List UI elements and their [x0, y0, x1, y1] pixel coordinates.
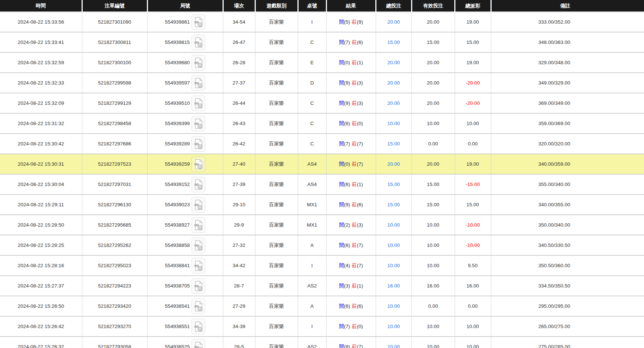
cell-table-no: C [298, 134, 326, 154]
cell-total-bet: 10.00 [376, 296, 411, 316]
cell-time: 2024-08-22 15:28:25 [0, 235, 82, 255]
cell-session: 29-10 [223, 194, 255, 215]
cell-total-bet: 15.00 [376, 32, 411, 52]
table-row[interactable]: 2024-08-22 15:26:42 521827293270 5549385… [0, 316, 644, 337]
video-replay-button[interactable] [192, 339, 205, 348]
cell-total-bet: 20.00 [376, 12, 411, 32]
table-row[interactable]: 2024-08-22 15:26:32 521827293058 5549385… [0, 337, 644, 348]
video-replay-button[interactable] [192, 217, 205, 233]
table-row[interactable]: 2024-08-22 15:28:16 521827295023 5549388… [0, 255, 644, 276]
table-row[interactable]: 2024-08-22 15:30:42 521827297686 5549392… [0, 134, 644, 154]
cell-remark: 329.00/348.00 [491, 52, 644, 73]
player-result-label: 閒 [339, 182, 344, 187]
video-replay-button[interactable] [192, 55, 205, 70]
round-number: 554939510 [165, 100, 190, 106]
cell-session: 27-40 [223, 154, 255, 174]
cell-table-no: E [298, 52, 326, 73]
col-header-bet-id: 注單編號 [82, 0, 147, 12]
video-file-icon [194, 37, 203, 48]
cell-session: 26-42 [223, 134, 255, 154]
cell-bet-id: 521827296130 [82, 194, 147, 215]
cell-total-payout: 0.00 [455, 296, 491, 316]
cell-round-no: 554939399 [147, 113, 223, 134]
cell-session: 28-7 [223, 276, 255, 296]
cell-result: 閒(0)莊(1) [326, 52, 376, 73]
table-row[interactable]: 2024-08-22 15:33:56 521827301090 5549398… [0, 12, 644, 32]
cell-time: 2024-08-22 15:33:41 [0, 32, 82, 52]
table-row[interactable]: 2024-08-22 15:32:33 521827299598 5549395… [0, 73, 644, 93]
player-result-label: 閒 [339, 344, 344, 348]
cell-result: 閒(6)莊(6) [326, 296, 376, 316]
video-file-icon [194, 321, 203, 332]
table-row[interactable]: 2024-08-22 15:29:11 521827296130 5549390… [0, 194, 644, 215]
cell-total-bet: 10.00 [376, 316, 411, 337]
video-replay-button[interactable] [192, 96, 205, 111]
table-row[interactable]: 2024-08-22 15:28:25 521827295262 5549388… [0, 235, 644, 255]
video-replay-button[interactable] [192, 319, 205, 334]
cell-table-no: C [298, 113, 326, 134]
video-replay-button[interactable] [192, 35, 205, 50]
table-row[interactable]: 2024-08-22 15:32:59 521827300100 5549396… [0, 52, 644, 73]
video-file-icon [194, 301, 203, 311]
video-replay-button[interactable] [192, 177, 205, 192]
cell-valid-bet: 20.00 [411, 12, 455, 32]
cell-session: 26-47 [223, 32, 255, 52]
video-replay-button[interactable] [192, 258, 205, 273]
video-replay-button[interactable] [192, 156, 205, 172]
video-replay-button[interactable] [192, 75, 205, 91]
cell-bet-id: 521827295023 [82, 255, 147, 276]
cell-table-no: C [298, 32, 326, 52]
table-row[interactable]: 2024-08-22 15:27:37 521827294223 5549387… [0, 276, 644, 296]
cell-remark: 275.00/285.00 [491, 337, 644, 348]
video-file-icon [194, 200, 203, 210]
cell-session: 26-28 [223, 52, 255, 73]
video-file-icon [194, 342, 203, 348]
round-number: 554939289 [165, 141, 190, 147]
video-replay-button[interactable] [192, 116, 205, 131]
cell-result: 閒(7)莊(0) [326, 316, 376, 337]
cell-table-no: A [298, 235, 326, 255]
video-replay-button[interactable] [192, 299, 205, 314]
player-result-label: 閒 [339, 161, 344, 167]
cell-session: 34-42 [223, 255, 255, 276]
cell-remark: 334.50/350.50 [491, 276, 644, 296]
cell-game-type: 百家樂 [255, 52, 298, 73]
table-row[interactable]: 2024-08-22 15:32:09 521827299129 5549395… [0, 93, 644, 113]
cell-total-payout: -15.00 [455, 174, 491, 194]
player-result-label: 閒 [339, 80, 344, 86]
table-row[interactable]: 2024-08-22 15:30:31 521827297523 5549392… [0, 154, 644, 174]
banker-result-label: 莊 [352, 263, 357, 268]
cell-total-bet: 15.00 [376, 134, 411, 154]
cell-valid-bet: 15.00 [411, 174, 455, 194]
cell-table-no: MX1 [298, 194, 326, 215]
video-replay-button[interactable] [192, 136, 205, 152]
cell-total-payout: 15.00 [455, 194, 491, 215]
table-row[interactable]: 2024-08-22 15:28:50 521827295685 5549389… [0, 215, 644, 235]
cell-round-no: 554939680 [147, 52, 223, 73]
video-replay-button[interactable] [192, 197, 205, 213]
cell-game-type: 百家樂 [255, 134, 298, 154]
cell-bet-id: 521827300811 [82, 32, 147, 52]
video-replay-button[interactable] [192, 14, 205, 30]
table-row[interactable]: 2024-08-22 15:26:50 521827293420 5549385… [0, 296, 644, 316]
cell-table-no: C [298, 93, 326, 113]
cell-round-no: 554939259 [147, 154, 223, 174]
col-header-valid-bet: 有效投注 [411, 0, 455, 12]
table-row[interactable]: 2024-08-22 15:30:04 521827297031 5549391… [0, 174, 644, 194]
cell-total-payout: -10.00 [455, 215, 491, 235]
banker-result-label: 莊 [352, 60, 357, 65]
cell-valid-bet: 10.00 [411, 337, 455, 348]
video-replay-button[interactable] [192, 238, 205, 253]
cell-valid-bet: 10.00 [411, 215, 455, 235]
cell-bet-id: 521827300100 [82, 52, 147, 73]
cell-round-no: 554939861 [147, 12, 223, 32]
cell-game-type: 百家樂 [255, 154, 298, 174]
col-header-session: 場次 [223, 0, 255, 12]
table-row[interactable]: 2024-08-22 15:33:41 521827300811 5549398… [0, 32, 644, 52]
table-row[interactable]: 2024-08-22 15:31:32 521827298458 5549393… [0, 113, 644, 134]
cell-game-type: 百家樂 [255, 32, 298, 52]
cell-table-no: I [298, 255, 326, 276]
video-replay-button[interactable] [192, 278, 205, 294]
cell-table-no: I [298, 12, 326, 32]
cell-remark: 295.00/295.00 [491, 296, 644, 316]
